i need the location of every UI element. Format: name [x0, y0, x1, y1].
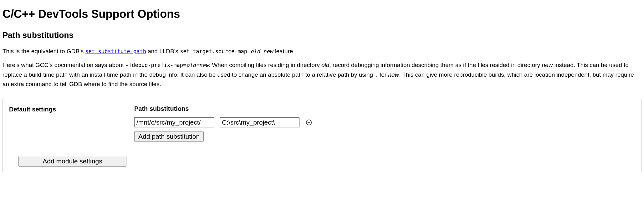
intro-paragraph-1: This is the equivalent to GDB's set subs…	[3, 47, 641, 56]
set-substitute-path-link[interactable]: set substitute-path	[85, 48, 146, 54]
substitution-row	[134, 117, 635, 127]
path-substitutions-label: Path substitutions	[134, 104, 635, 113]
p1-text-a: This is the equivalent to GDB's	[3, 48, 85, 54]
page-title: C/C++ DevTools Support Options	[3, 6, 641, 22]
p2-code: -fdebug-prefix-map=old=new	[125, 62, 209, 68]
intro-paragraph-2: Here's what GCC's documentation says abo…	[3, 60, 641, 89]
add-path-substitution-button[interactable]: Add path substitution	[134, 131, 204, 142]
from-path-input[interactable]	[134, 117, 214, 127]
default-settings-label: Default settings	[9, 104, 134, 114]
remove-icon[interactable]	[305, 119, 313, 126]
section-heading: Path substitutions	[3, 29, 641, 41]
p1-text-mid: and LLDB's	[146, 48, 180, 54]
p1-code2: set target.source-map old new	[180, 48, 273, 54]
p1-text-suffix: feature.	[273, 48, 295, 54]
settings-panel: Default settings Path substitutions Add …	[3, 98, 641, 173]
divider	[9, 149, 635, 149]
to-path-input[interactable]	[220, 117, 299, 127]
p1-link-code: set substitute-path	[85, 48, 146, 54]
add-module-settings-button[interactable]: Add module settings	[18, 156, 126, 167]
